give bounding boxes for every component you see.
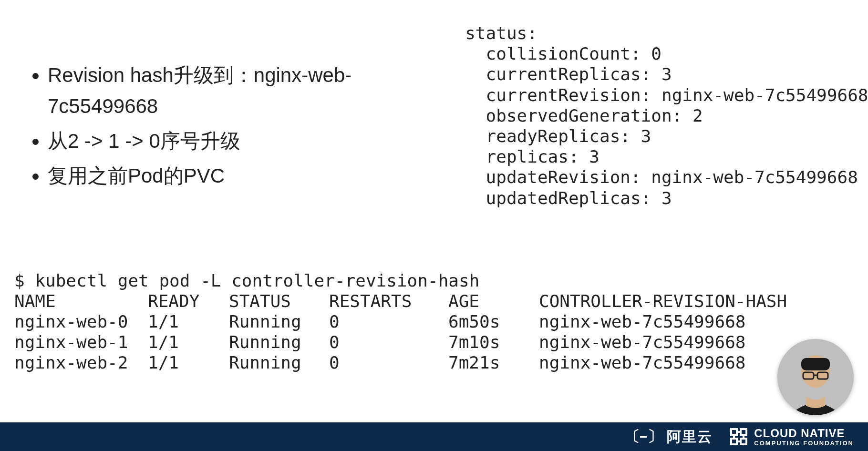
kubectl-output: $ kubectl get pod -L controller-revision… — [14, 270, 854, 373]
cell: nginx-web-2 — [14, 352, 148, 373]
speaker-avatar — [777, 339, 854, 415]
cncf-text: CLOUD NATIVE COMPUTING FOUNDATION — [754, 428, 854, 446]
svg-rect-8 — [741, 429, 746, 435]
cell: nginx-web-0 — [14, 311, 148, 332]
cell: 1/1 — [148, 311, 229, 332]
cell: nginx-web-1 — [14, 332, 148, 352]
svg-rect-3 — [801, 358, 830, 370]
cncf-logo: CLOUD NATIVE COMPUTING FOUNDATION — [729, 427, 854, 446]
svg-rect-9 — [731, 439, 737, 444]
cncf-line1: CLOUD NATIVE — [754, 428, 854, 439]
cell: 0 — [329, 352, 448, 373]
status-updatedReplicas: updatedReplicas: 3 — [486, 188, 672, 208]
status-collisionCount: collisionCount: 0 — [486, 44, 661, 63]
col-age: AGE — [448, 291, 539, 311]
svg-rect-7 — [731, 429, 737, 435]
cell: Running — [229, 332, 329, 352]
table-row: nginx-web-01/1Running06m50snginx-web-7c5… — [14, 312, 745, 331]
cncf-line2: COMPUTING FOUNDATION — [754, 440, 854, 446]
cell: Running — [229, 352, 329, 373]
col-status: STATUS — [229, 291, 329, 311]
cell: 0 — [329, 311, 448, 332]
bullet-item: Revision hash升级到：nginx-web-7c55499668 — [48, 60, 451, 122]
bullet-list: Revision hash升级到：nginx-web-7c55499668 从2… — [14, 14, 451, 208]
status-currentReplicas: currentReplicas: 3 — [486, 64, 672, 84]
footer-bar: 〔〕 阿里云 CLOUD NATIVE COMPUTING FOUNDATION — [0, 422, 868, 451]
aliyun-logo: 〔〕 阿里云 — [625, 426, 713, 447]
status-yaml: status: collisionCount: 0 currentReplica… — [465, 14, 868, 208]
status-observedGeneration: observedGeneration: 2 — [486, 106, 703, 125]
bullet-item: 从2 -> 1 -> 0序号升级 — [48, 125, 451, 156]
slide-content: Revision hash升级到：nginx-web-7c55499668 从2… — [0, 0, 868, 422]
table-header-row: NAMEREADYSTATUSRESTARTSAGECONTROLLER-REV… — [14, 291, 787, 311]
table-row: nginx-web-21/1Running07m21snginx-web-7c5… — [14, 353, 745, 372]
cell: 1/1 — [148, 352, 229, 373]
aliyun-mark-icon: 〔〕 — [625, 426, 662, 447]
col-ready: READY — [148, 291, 229, 311]
bullet-item: 复用之前Pod的PVC — [48, 160, 451, 191]
status-readyReplicas: readyReplicas: 3 — [486, 126, 651, 146]
col-hash: CONTROLLER-REVISION-HASH — [539, 291, 787, 311]
cncf-mark-icon — [729, 427, 748, 446]
cell: nginx-web-7c55499668 — [539, 353, 745, 372]
status-header: status: — [465, 23, 537, 43]
status-currentRevision: currentRevision: nginx-web-7c55499668 — [486, 85, 868, 105]
aliyun-text: 阿里云 — [667, 427, 713, 447]
cell: Running — [229, 311, 329, 332]
cell: 6m50s — [448, 311, 539, 332]
cell: 0 — [329, 332, 448, 352]
col-restarts: RESTARTS — [329, 291, 448, 311]
cell: 1/1 — [148, 332, 229, 352]
cell: 7m21s — [448, 352, 539, 373]
cell: 7m10s — [448, 332, 539, 352]
status-replicas: replicas: 3 — [486, 147, 599, 166]
command-line: $ kubectl get pod -L controller-revision… — [14, 271, 479, 290]
col-name: NAME — [14, 291, 148, 311]
cell: nginx-web-7c55499668 — [539, 312, 745, 331]
cell: nginx-web-7c55499668 — [539, 332, 745, 352]
status-updateRevision: updateRevision: nginx-web-7c55499668 — [486, 167, 858, 187]
top-row: Revision hash升级到：nginx-web-7c55499668 从2… — [14, 14, 854, 208]
svg-rect-10 — [741, 439, 746, 444]
person-icon — [777, 339, 854, 415]
table-row: nginx-web-11/1Running07m10snginx-web-7c5… — [14, 332, 745, 352]
